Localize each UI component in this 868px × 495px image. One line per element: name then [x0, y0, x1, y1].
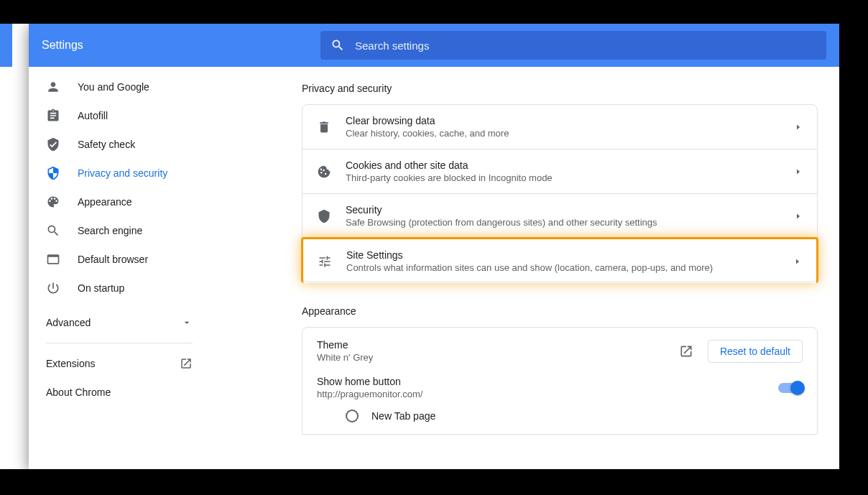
sidebar-item-search-engine[interactable]: Search engine [29, 216, 210, 245]
shield-icon [46, 166, 60, 180]
search-box[interactable] [320, 31, 826, 60]
sidebar-item-label: On startup [78, 282, 124, 294]
home-button-toggle[interactable] [778, 383, 803, 393]
sidebar-item-label: Appearance [78, 196, 132, 208]
advanced-label: Advanced [46, 317, 91, 328]
row-new-tab-option[interactable]: New Tab page [317, 410, 803, 422]
sidebar-item-label: Search engine [78, 225, 142, 236]
chevron-right-icon [793, 257, 802, 266]
external-link-icon [180, 357, 193, 370]
row-sub: Third-party cookies are blocked in Incog… [346, 172, 794, 183]
sidebar-item-on-startup[interactable]: On startup [29, 274, 210, 302]
person-icon [46, 80, 60, 94]
privacy-card: Clear browsing data Clear history, cooki… [302, 104, 818, 282]
row-home-button: Show home button http://praguemonitor.co… [317, 376, 803, 399]
privacy-section-title: Privacy and security [302, 83, 818, 94]
shield-icon [317, 209, 331, 223]
content-area: Privacy and security Clear browsing data… [210, 67, 839, 469]
tune-icon [318, 254, 332, 269]
sidebar-item-appearance[interactable]: Appearance [29, 188, 210, 216]
sidebar-about[interactable]: About Chrome [29, 378, 210, 407]
sidebar-item-label: Default browser [78, 254, 148, 265]
chevron-right-icon [794, 167, 803, 176]
extensions-label: Extensions [46, 358, 95, 369]
reset-theme-button[interactable]: Reset to default [708, 340, 803, 363]
chevron-down-icon [181, 317, 193, 328]
theme-value: White n' Grey [317, 352, 679, 363]
divider [46, 343, 193, 343]
theme-label: Theme [317, 339, 679, 351]
sidebar-extensions[interactable]: Extensions [29, 349, 210, 378]
sidebar-item-you-and-google[interactable]: You and Google [29, 73, 210, 101]
home-label: Show home button [317, 376, 778, 387]
row-site-settings[interactable]: Site Settings Controls what information … [301, 237, 818, 283]
row-sub: Controls what information sites can use … [346, 262, 793, 273]
sidebar-item-label: Privacy and security [78, 167, 167, 179]
row-cookies[interactable]: Cookies and other site data Third-party … [303, 149, 817, 194]
sidebar: You and Google Autofill Safety check Pri… [29, 67, 210, 469]
row-sub: Clear history, cookies, cache, and more [346, 128, 794, 139]
sidebar-item-label: You and Google [78, 81, 149, 93]
row-title: Clear browsing data [346, 115, 794, 126]
search-icon [331, 38, 345, 52]
sidebar-item-label: Safety check [78, 139, 135, 150]
shield-check-icon [46, 137, 60, 152]
row-title: Security [346, 204, 794, 216]
clipboard-icon [46, 108, 60, 123]
sidebar-item-privacy-security[interactable]: Privacy and security [29, 159, 210, 188]
browser-icon [46, 252, 60, 267]
power-icon [46, 281, 60, 295]
sidebar-item-label: Autofill [78, 110, 108, 121]
trash-icon [317, 120, 331, 134]
palette-icon [46, 195, 60, 209]
radio-unchecked-icon[interactable] [346, 410, 359, 422]
sidebar-advanced[interactable]: Advanced [29, 308, 210, 337]
row-sub: Safe Browsing (protection from dangerous… [346, 217, 794, 228]
row-clear-browsing-data[interactable]: Clear browsing data Clear history, cooki… [303, 105, 817, 149]
settings-title: Settings [42, 39, 320, 52]
about-label: About Chrome [46, 387, 111, 398]
appearance-section-title: Appearance [302, 305, 818, 317]
appearance-card: Theme White n' Grey Reset to default Sho… [302, 327, 818, 435]
external-link-icon [679, 344, 693, 358]
sidebar-item-safety-check[interactable]: Safety check [29, 130, 210, 159]
home-value: http://praguemonitor.com/ [317, 389, 778, 399]
radio-label: New Tab page [371, 410, 435, 422]
row-security[interactable]: Security Safe Browsing (protection from … [303, 194, 817, 239]
row-theme[interactable]: Theme White n' Grey Reset to default [317, 339, 803, 363]
chevron-right-icon [794, 123, 803, 131]
header: Settings [29, 24, 839, 67]
search-input[interactable] [355, 40, 816, 52]
search-icon [46, 223, 60, 238]
sidebar-item-autofill[interactable]: Autofill [29, 101, 210, 130]
row-title: Site Settings [346, 249, 793, 261]
row-title: Cookies and other site data [346, 159, 794, 171]
sidebar-item-default-browser[interactable]: Default browser [29, 245, 210, 274]
cookie-icon [317, 165, 331, 179]
chevron-right-icon [794, 212, 803, 221]
